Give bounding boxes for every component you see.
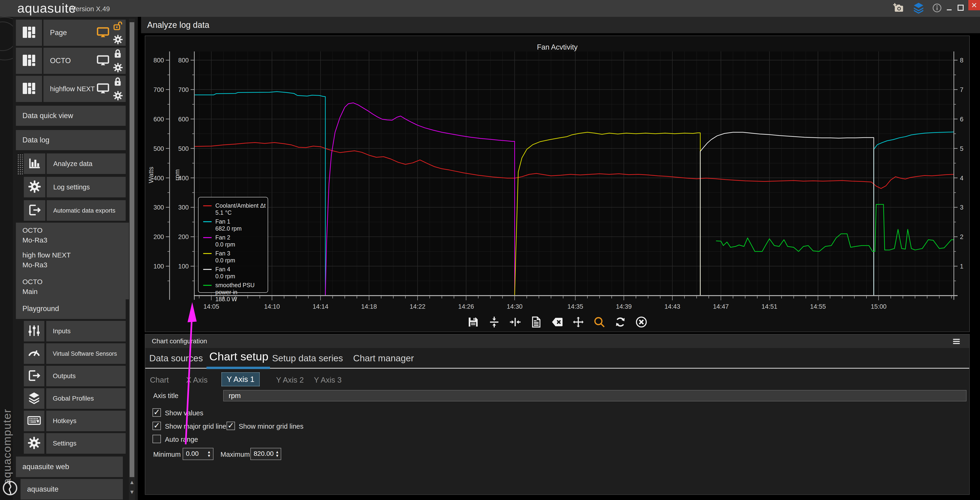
screenshot-camera-icon[interactable]: [892, 3, 905, 14]
global-profiles-icon[interactable]: [24, 388, 45, 409]
show-major-grid-lines-checkbox[interactable]: [153, 422, 161, 430]
close-button[interactable]: [968, 0, 980, 10]
spin-up-icon[interactable]: ▲: [275, 450, 279, 454]
sidebar-item-octo-main[interactable]: OCTO Main: [16, 274, 132, 299]
maximum-spinner[interactable]: 820.00 ▲▼: [250, 448, 281, 460]
sidebar-item-data-quick-view[interactable]: Data quick view: [16, 106, 126, 126]
sidebar-scrollbar-thumb[interactable]: [130, 22, 134, 477]
subtab-chart[interactable]: Chart: [150, 375, 169, 385]
virtual-sensors-icon[interactable]: [24, 343, 45, 364]
tab-data-sources[interactable]: Data sources: [149, 353, 203, 363]
data-exports-icon[interactable]: [24, 200, 45, 221]
axis-title-input[interactable]: [223, 390, 966, 401]
page-label: highflow NEXT: [50, 76, 95, 102]
svg-text:14:14: 14:14: [312, 303, 328, 310]
layers-icon: [27, 391, 41, 406]
page-thumbnail[interactable]: [16, 20, 42, 46]
subtab-x-axis[interactable]: X Axis: [186, 375, 208, 385]
svg-text:800: 800: [178, 57, 189, 64]
cancel-button[interactable]: [635, 316, 648, 328]
inputs-icon[interactable]: [24, 321, 45, 342]
tab-chart-setup[interactable]: Chart setup: [209, 350, 268, 363]
monitor-icon[interactable]: [96, 82, 110, 95]
hamburger-menu-icon[interactable]: [952, 337, 961, 346]
lock-icon[interactable]: [113, 49, 123, 59]
profiles-layers-icon[interactable]: [912, 2, 925, 14]
report-button[interactable]: [530, 316, 542, 328]
fit-horizontal-button[interactable]: [509, 316, 522, 328]
tab-chart-manager[interactable]: Chart manager: [353, 353, 414, 363]
legend-item: Fan 3 0.0 rpm: [203, 250, 268, 264]
sidebar-item-octo-mora3[interactable]: OCTO Mo-Ra3: [16, 223, 132, 248]
page-thumbnail[interactable]: [16, 48, 42, 74]
monitor-icon[interactable]: [96, 26, 110, 39]
minimum-spinner[interactable]: 0.00 ▲▼: [183, 448, 213, 460]
tab-setup-data-series[interactable]: Setup data series: [272, 353, 343, 363]
hotkeys-icon[interactable]: [24, 411, 45, 431]
aquasuite-web-label: aquasuite web: [22, 457, 69, 477]
minimum-value[interactable]: 0.00: [183, 448, 205, 460]
sidebar-item-gobal-profiles[interactable]: Gobal Profiles: [46, 388, 126, 409]
spin-down-icon[interactable]: ▼: [275, 454, 279, 458]
monitor-icon[interactable]: [96, 54, 110, 67]
info-icon[interactable]: [932, 3, 942, 14]
show-minor-grid-lines-checkbox[interactable]: [227, 422, 235, 430]
save-chart-button[interactable]: [467, 316, 479, 328]
maximize-button[interactable]: [956, 4, 965, 13]
sidebar-item-aquasuite-web[interactable]: aquasuite web: [16, 457, 123, 477]
page-gear-icon[interactable]: [113, 90, 123, 101]
sidebar-item-highflow-mora3[interactable]: high flow NEXT Mo-Ra3: [16, 248, 132, 275]
sidebar-item-aquasuite[interactable]: aquasuite: [21, 479, 123, 500]
lock-icon[interactable]: [113, 77, 123, 87]
spin-down-icon[interactable]: ▼: [207, 454, 211, 458]
layers-icon: [912, 2, 925, 16]
scroll-down-icon[interactable]: ▼: [129, 489, 135, 495]
sidebar-item-outputs[interactable]: Outputs: [46, 366, 126, 387]
spin-up-icon[interactable]: ▲: [207, 450, 211, 454]
sidebar-item-inputs[interactable]: Inputs: [46, 321, 126, 342]
unlock-icon[interactable]: [113, 21, 123, 31]
subtab-y-axis-1[interactable]: Y Axis 1: [221, 372, 260, 387]
sidebar-item-settings[interactable]: Settings: [46, 433, 126, 454]
show-values-checkbox[interactable]: [153, 408, 161, 417]
page-thumbnail[interactable]: [16, 76, 42, 102]
sidebar-item-virtual-software-sensors[interactable]: Virtual Software Sensors: [46, 343, 126, 364]
sidebar-item-automatic-data-exports[interactable]: Automatic data exports: [47, 200, 126, 221]
sidebar-item-analyze-data[interactable]: Analyze data: [47, 153, 126, 174]
sidebar-item-data-log[interactable]: Data log: [16, 130, 126, 150]
legend-series-name: smoothed PSU power in: [215, 282, 255, 296]
page-gear-icon[interactable]: [113, 62, 123, 73]
sidebar-item-highflow-page[interactable]: highflow NEXT: [43, 76, 126, 102]
sidebar-item-hotkeys[interactable]: Hotkeys: [46, 411, 126, 431]
maximum-value[interactable]: 820.00: [251, 448, 274, 460]
svg-text:14:18: 14:18: [361, 303, 377, 310]
minimize-button[interactable]: [945, 4, 954, 13]
drag-handle[interactable]: [17, 154, 23, 174]
camera-icon: [892, 2, 905, 15]
sidebar-item-playground[interactable]: Playground: [16, 299, 126, 319]
gear-icon: [27, 180, 41, 195]
aquacomputer-logo-icon: [2, 479, 19, 497]
scroll-up-icon[interactable]: ▲: [129, 479, 135, 486]
aquasuite-window: aquasuite Version X.49 aquacomputer Page…: [0, 0, 980, 500]
fan-activity-chart[interactable]: 800700600500400300200100Watts80070060050…: [145, 36, 969, 332]
settings-icon[interactable]: [24, 433, 45, 454]
sidebar-item-octo-page[interactable]: OCTO: [43, 48, 126, 74]
zoom-button[interactable]: [593, 316, 606, 328]
analyze-data-icon[interactable]: [24, 153, 45, 174]
subtab-y-axis-2[interactable]: Y Axis 2: [276, 375, 304, 385]
refresh-button[interactable]: [614, 316, 627, 328]
svg-text:15:00: 15:00: [871, 303, 886, 310]
device-subname: Main: [22, 287, 132, 297]
svg-text:200: 200: [178, 233, 189, 240]
fit-vertical-button[interactable]: [488, 316, 501, 328]
sidebar-item-log-settings[interactable]: Log settings: [47, 177, 126, 197]
sidebar-item-page[interactable]: Page: [43, 20, 126, 46]
subtab-y-axis-3[interactable]: Y Axis 3: [314, 375, 342, 385]
pan-button[interactable]: [572, 316, 585, 328]
auto-range-checkbox[interactable]: [153, 435, 161, 443]
outputs-icon[interactable]: [24, 366, 45, 387]
page-gear-icon[interactable]: [113, 34, 123, 45]
log-settings-icon[interactable]: [24, 177, 45, 197]
clear-zoom-button[interactable]: [551, 316, 563, 328]
